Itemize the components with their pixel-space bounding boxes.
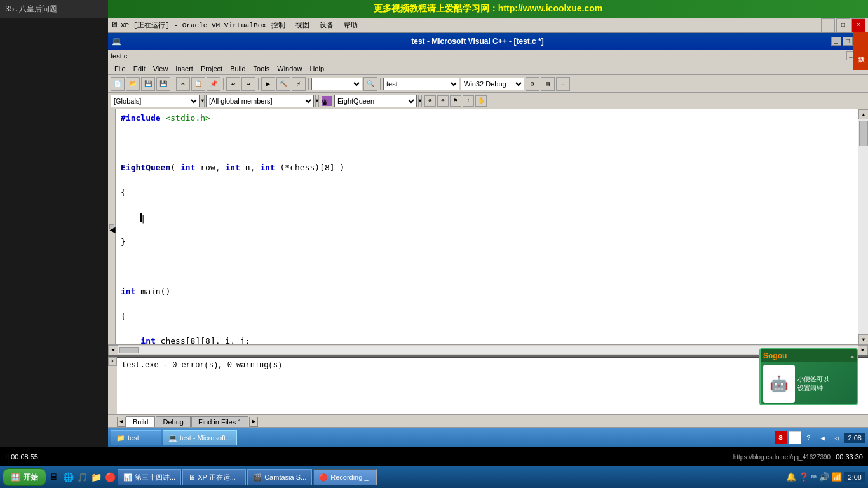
output-tabs: ◄ Build Debug Find in Files 1 ► [108, 414, 868, 427]
save-all-btn[interactable]: 💾 [156, 77, 170, 91]
vs-restore-btn[interactable]: □ [843, 37, 853, 46]
menu-build[interactable]: Build [226, 65, 249, 72]
menu-help[interactable]: Help [306, 65, 328, 72]
tb2-btn1[interactable]: ⊕ [424, 95, 436, 107]
settings-btn[interactable]: ⚙ [526, 77, 539, 91]
code-editor[interactable]: ◄ #include <stdio.h> EightQueen( int row… [108, 109, 868, 344]
sougou-widget[interactable]: Sogou ☁ 🤖 小便签可以 设置闹钟 [759, 348, 858, 405]
menu-window[interactable]: Window [273, 65, 306, 72]
tb2-btn2[interactable]: ⊖ [437, 95, 449, 107]
tray-icon-1[interactable]: 🔔 [786, 472, 796, 482]
func-arrow[interactable]: ▼ [418, 95, 422, 107]
cut-btn[interactable]: ✂ [176, 77, 190, 91]
members-arrow[interactable]: ▼ [315, 95, 319, 107]
vm-maximize-btn[interactable]: □ [836, 18, 850, 32]
config-combo[interactable]: test [383, 78, 459, 90]
tb2-btn3[interactable]: ⚑ [450, 95, 461, 107]
toolbar-2: [Globals] ▼ [All global members] ▼ ♛ Eig… [108, 93, 868, 109]
scroll-thumb[interactable] [859, 121, 868, 146]
h-scroll-track[interactable] [118, 346, 858, 354]
tb2-btn4[interactable]: ↕ [463, 95, 474, 107]
menu-project[interactable]: Project [197, 65, 226, 72]
h-scroll-thumb[interactable] [119, 347, 139, 353]
vm-menu-help[interactable]: 帮助 [344, 20, 358, 30]
menu-view[interactable]: View [149, 65, 172, 72]
menu-insert[interactable]: Insert [172, 65, 197, 72]
vm-menu-control[interactable]: 控制 [271, 20, 285, 30]
menu-bar: File Edit View Insert Project Build Tool… [108, 62, 868, 75]
tray-icon-3[interactable]: ⌨ [811, 472, 817, 482]
copy-btn[interactable]: 📋 [191, 77, 205, 91]
undo-btn[interactable]: ↩ [226, 77, 240, 91]
sep-2 [223, 78, 224, 90]
new-btn[interactable]: 📄 [111, 77, 125, 91]
tab-debug[interactable]: Debug [156, 416, 190, 427]
paste-btn[interactable]: 📌 [207, 77, 220, 91]
search-combo[interactable] [311, 78, 362, 90]
start-button[interactable]: 🪟 开始 [3, 468, 46, 486]
vm-title: XP [正在运行] - Oracle VM VirtualBox [121, 20, 266, 30]
tab-build[interactable]: Build [126, 416, 155, 427]
search-btn[interactable]: 🔍 [363, 77, 377, 91]
sougou-cloud[interactable]: ☁ [850, 352, 854, 360]
sougou-q-btn[interactable]: Q [789, 431, 801, 444]
layout-btn[interactable]: ▤ [541, 77, 555, 91]
tb2-test-item[interactable]: 📁 test [111, 430, 161, 445]
extras-btn[interactable]: … [556, 77, 570, 91]
sougou-info: 小便签可以 设置闹钟 [797, 375, 829, 393]
taskbar-icon-5[interactable]: 🔴 [104, 471, 116, 484]
save-btn[interactable]: 💾 [141, 77, 155, 91]
tray-icon-5[interactable]: 📶 [832, 472, 842, 482]
horizontal-scrollbar[interactable]: ◄ ► [108, 344, 868, 355]
h-scroll-left[interactable]: ◄ [108, 345, 118, 355]
vm-close-btn[interactable]: × [851, 18, 865, 32]
taskbar-icon-4[interactable]: 📁 [90, 471, 102, 484]
scroll-up[interactable]: ▲ [858, 109, 868, 119]
redo-btn[interactable]: ↪ [241, 77, 255, 91]
tab-arrow-left[interactable]: ◄ [117, 417, 126, 427]
scroll-track[interactable] [858, 119, 868, 334]
vm-menu-view[interactable]: 视图 [295, 20, 309, 30]
queen-icon: ♛ [322, 96, 332, 106]
menu-tools[interactable]: Tools [250, 65, 274, 72]
tab-arrow-right[interactable]: ► [249, 417, 258, 427]
vm-titlebar: 🖥 XP [正在运行] - Oracle VM VirtualBox 控制 视图… [108, 18, 868, 33]
taskbar-camtasia[interactable]: 🎬 Camtasia S... [247, 469, 312, 485]
taskbar-ppt[interactable]: 📊 第三十四讲... [118, 469, 181, 485]
vertical-scrollbar[interactable]: ▲ ▼ [858, 109, 868, 344]
platform-combo[interactable]: Win32 Debug [461, 78, 524, 90]
open-btn[interactable]: 📂 [126, 77, 140, 91]
vs-minimize-btn[interactable]: _ [831, 37, 841, 46]
function-combo[interactable]: EightQueen [334, 95, 417, 107]
tb2-vs-item[interactable]: 💻 test - Microsoft... [163, 430, 237, 445]
prev-btn[interactable]: ◁ [831, 431, 843, 444]
h-scroll-right[interactable]: ► [858, 345, 868, 355]
sougou-s-btn[interactable]: S [775, 431, 787, 444]
tray-icon-4[interactable]: 🔊 [819, 472, 829, 482]
taskbar-icon-3[interactable]: 🎵 [76, 471, 88, 484]
menu-file[interactable]: File [111, 65, 130, 72]
menu-edit[interactable]: Edit [130, 65, 149, 72]
tab-find[interactable]: Find in Files 1 [191, 416, 248, 427]
help-btn[interactable]: ? [803, 431, 815, 444]
globals-combo[interactable]: [Globals] [111, 95, 200, 107]
taskbar-icon-1[interactable]: 🖥 [48, 471, 60, 484]
code-content[interactable]: #include <stdio.h> EightQueen( int row, … [116, 109, 858, 344]
vm-menu-devices[interactable]: 设备 [320, 20, 334, 30]
taskbar-icon-2[interactable]: 🌐 [62, 471, 74, 484]
run-btn[interactable]: ⚡ [292, 77, 306, 91]
default-side-btn[interactable]: 默认 [853, 32, 868, 70]
compile-btn[interactable]: ▶ [261, 77, 275, 91]
tb2-btn5[interactable]: ✋ [475, 95, 487, 107]
taskbar-xp[interactable]: 🖥 XP 正在运... [182, 469, 246, 485]
globals-arrow[interactable]: ▼ [201, 95, 205, 107]
scroll-down[interactable]: ▼ [858, 334, 868, 344]
vm-minimize-btn[interactable]: _ [821, 18, 835, 32]
tray-icon-2[interactable]: ❓ [799, 472, 809, 482]
output-close[interactable]: × [108, 357, 117, 366]
taskbar-recording[interactable]: 🔴 Recording _ [313, 469, 377, 485]
members-combo[interactable]: [All global members] [206, 95, 314, 107]
scroll-corner[interactable]: ◄ [109, 224, 114, 229]
build-btn[interactable]: 🔨 [276, 77, 290, 91]
settings-tray-btn[interactable]: ◀ [817, 431, 829, 444]
